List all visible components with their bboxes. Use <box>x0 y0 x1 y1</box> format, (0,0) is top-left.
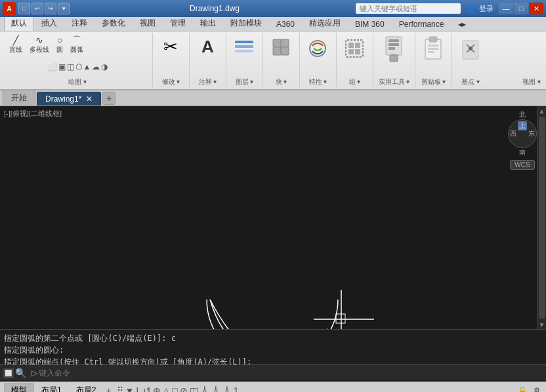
status-ducs-icon[interactable]: ⊘ <box>180 385 188 393</box>
status-tools: ⣿ ▼ L ↺ ⊕ △ □ ⊘ ◫ 人 人 人 1... <box>117 385 247 393</box>
group-basepoint-label: 基点 ▾ <box>461 76 480 87</box>
tab-default[interactable]: 默认 <box>4 15 34 31</box>
command-prompt: ▷ <box>32 368 37 378</box>
status-grid-dropdown[interactable]: ▼ <box>125 385 135 393</box>
status-right-settings[interactable]: ⚙ <box>532 386 542 392</box>
status-osnap-icon[interactable]: △ <box>163 385 170 393</box>
status-bar: 模型 布局1 布局2 + ⣿ ▼ L ↺ ⊕ △ □ ⊘ ◫ 人 人 人 1..… <box>0 382 546 392</box>
command-area: 指定圆弧的第二个点或 [圆心(C)/端点(E)]: c 指定圆弧的圆心: 指定圆… <box>0 329 546 382</box>
arc-icon: ⌒ <box>72 35 81 45</box>
svg-rect-11 <box>348 49 354 54</box>
doc-tab-drawing1[interactable]: Drawing1* ✕ <box>37 92 101 106</box>
status-snap-icon[interactable]: L <box>136 385 141 393</box>
tool-cloud-icon[interactable]: ☁ <box>92 62 100 71</box>
viewport: [-][俯视][二维线框] X Y 北 上 <box>0 106 546 329</box>
scroll-down-arrow[interactable]: ▼ <box>537 320 547 329</box>
status-otrack-icon[interactable]: □ <box>172 385 177 393</box>
doc-tab-start[interactable]: 开始 <box>3 90 35 106</box>
qa-btn-3[interactable]: ↪ <box>45 3 56 14</box>
status-tab-model[interactable]: 模型 <box>4 383 34 392</box>
status-grid-icon[interactable]: ⣿ <box>117 385 123 393</box>
cmd-icon-2[interactable]: 🔍 <box>15 368 26 378</box>
doc-tab-add[interactable]: + <box>102 92 116 105</box>
svg-rect-2 <box>235 50 253 52</box>
tool-boundary-icon[interactable]: ⬡ <box>75 62 82 71</box>
status-tab-add[interactable]: + <box>103 385 114 393</box>
group-utilities-label: 实用工具 ▾ <box>379 76 410 87</box>
tab-bim360[interactable]: BIM 360 <box>348 17 392 31</box>
tab-performance[interactable]: Performance <box>392 17 452 31</box>
cmd-icon-1[interactable]: 🔲 <box>3 368 14 378</box>
status-ortho-icon[interactable]: ↺ <box>143 385 151 393</box>
tab-annotate[interactable]: 注释 <box>64 15 94 31</box>
tab-more[interactable]: ◂▸ <box>451 17 473 31</box>
status-selection-icon[interactable]: 人 <box>222 385 232 393</box>
svg-rect-21 <box>428 45 438 47</box>
group-icon[interactable] <box>344 38 365 59</box>
status-lw-icon[interactable]: 人 <box>200 385 209 393</box>
tool-hatch-icon[interactable]: ▣ <box>58 62 66 71</box>
tab-parametric[interactable]: 参数化 <box>94 15 133 31</box>
svg-rect-6 <box>281 47 289 55</box>
ribbon-tabs: 默认 插入 注释 参数化 视图 管理 输出 附加模块 A360 精选应用 BIM… <box>0 17 546 31</box>
scroll-thumb[interactable] <box>539 117 545 319</box>
svg-rect-14 <box>388 39 399 42</box>
tool-rect-icon[interactable]: ⬜ <box>47 62 57 71</box>
status-polar-icon[interactable]: ⊕ <box>153 385 161 393</box>
tab-insert[interactable]: 插入 <box>34 15 64 31</box>
minimize-button[interactable]: — <box>499 3 513 14</box>
wcs-button[interactable]: WCS <box>510 160 534 170</box>
tool-polyline[interactable]: ∿ 多段线 <box>27 34 52 55</box>
maximize-button[interactable]: □ <box>514 3 528 14</box>
status-tab-layout1[interactable]: 布局1 <box>34 383 69 392</box>
viewport-scrollbar[interactable]: ▲ ▼ <box>537 106 546 329</box>
qa-btn-1[interactable]: □ <box>18 3 30 14</box>
status-annotation-icon[interactable]: 1... <box>234 385 246 393</box>
tab-featured[interactable]: 精选应用 <box>302 15 348 31</box>
drawing-canvas[interactable]: X Y <box>0 106 546 329</box>
svg-rect-20 <box>429 37 437 42</box>
tool-wipe-icon[interactable]: ◑ <box>101 62 108 71</box>
status-tab-layout2[interactable]: 布局2 <box>69 383 104 392</box>
draw-tools: ╱ 直线 ∿ 多段线 ○ 圆 ⌒ 圆弧 ⬜ ▣ <box>7 34 148 76</box>
tool-circle[interactable]: ○ 圆 <box>54 34 66 55</box>
tool-gradient-icon[interactable]: ◫ <box>67 62 74 71</box>
layer-icon[interactable] <box>234 37 255 58</box>
scroll-up-arrow[interactable]: ▲ <box>537 106 547 115</box>
tab-output[interactable]: 输出 <box>193 15 223 31</box>
svg-rect-15 <box>388 43 399 46</box>
compass-ring[interactable]: 上 西 东 <box>508 119 537 148</box>
search-input[interactable] <box>356 3 461 14</box>
user-area: 👤 登录 <box>466 4 494 14</box>
ribbon-group-groups: 组 ▾ <box>337 33 373 88</box>
status-right-lock[interactable]: 🔒 <box>516 386 529 392</box>
line-icon: ╱ <box>13 35 18 45</box>
modify-icon[interactable]: ✂ <box>163 37 178 57</box>
tool-polyline-label: 多段线 <box>30 45 49 54</box>
tool-arc[interactable]: ⌒ 圆弧 <box>68 34 86 55</box>
utilities-icon[interactable] <box>382 35 406 64</box>
qa-btn-2[interactable]: ↩ <box>32 3 43 14</box>
properties-icon[interactable] <box>307 38 328 59</box>
tab-view[interactable]: 视图 <box>133 15 163 31</box>
tab-addons[interactable]: 附加模块 <box>223 15 269 31</box>
svg-rect-0 <box>235 41 253 43</box>
window-controls: — □ ✕ <box>499 3 543 14</box>
compass-north: 北 <box>519 110 526 119</box>
command-input[interactable] <box>39 368 546 378</box>
tool-region-icon[interactable]: ▲ <box>83 62 91 71</box>
status-dyn-icon[interactable]: ◫ <box>190 385 198 393</box>
block-icon[interactable] <box>270 37 291 58</box>
status-transparency-icon[interactable]: 人 <box>211 385 220 393</box>
annotate-icon[interactable]: A <box>201 37 214 57</box>
tab-manage[interactable]: 管理 <box>163 15 193 31</box>
user-label[interactable]: 登录 <box>479 4 494 14</box>
tool-line[interactable]: ╱ 直线 <box>7 34 25 55</box>
tab-a360[interactable]: A360 <box>269 17 302 31</box>
tool-line-label: 直线 <box>9 45 22 54</box>
qa-btn-dropdown[interactable]: ▾ <box>58 3 70 14</box>
basepoint-icon[interactable] <box>460 38 481 62</box>
close-button[interactable]: ✕ <box>529 3 543 14</box>
clipboard-icon[interactable] <box>423 35 444 64</box>
view-controls[interactable]: 视图 ▾ <box>522 77 541 87</box>
